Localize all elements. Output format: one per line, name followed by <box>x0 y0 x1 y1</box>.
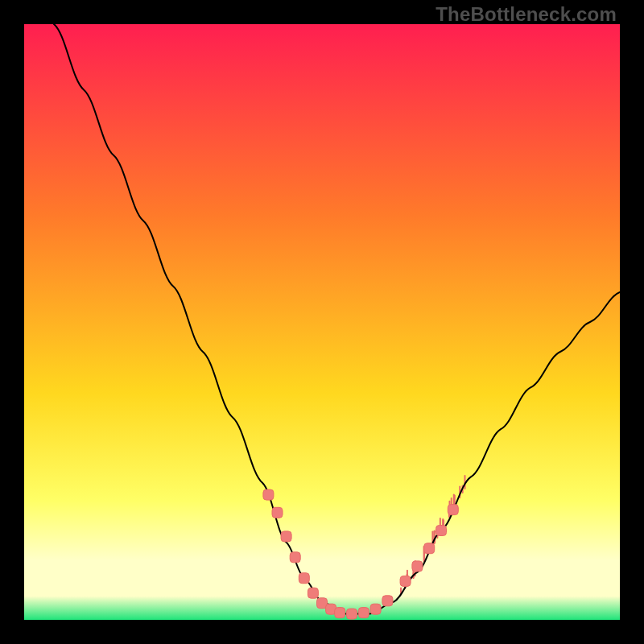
curve-marker <box>263 489 274 500</box>
curve-marker <box>370 604 381 614</box>
curve-marker <box>281 531 291 542</box>
curve-marker <box>424 543 435 554</box>
curve-marker <box>308 588 318 598</box>
curve-marker <box>382 596 393 606</box>
curve-marker <box>272 507 283 518</box>
chart-frame <box>24 24 620 620</box>
curve-marker <box>299 573 309 584</box>
watermark-text: TheBottleneck.com <box>436 3 617 26</box>
curve-marker <box>400 576 411 586</box>
curve-marker <box>412 561 423 572</box>
curve-marker <box>347 609 357 619</box>
bottleneck-curve-chart <box>24 24 620 620</box>
curve-marker <box>358 608 369 618</box>
curve-marker <box>335 608 345 618</box>
curve-marker <box>436 526 447 536</box>
curve-marker <box>448 505 458 515</box>
gradient-background <box>24 24 620 620</box>
curve-marker <box>290 552 300 563</box>
